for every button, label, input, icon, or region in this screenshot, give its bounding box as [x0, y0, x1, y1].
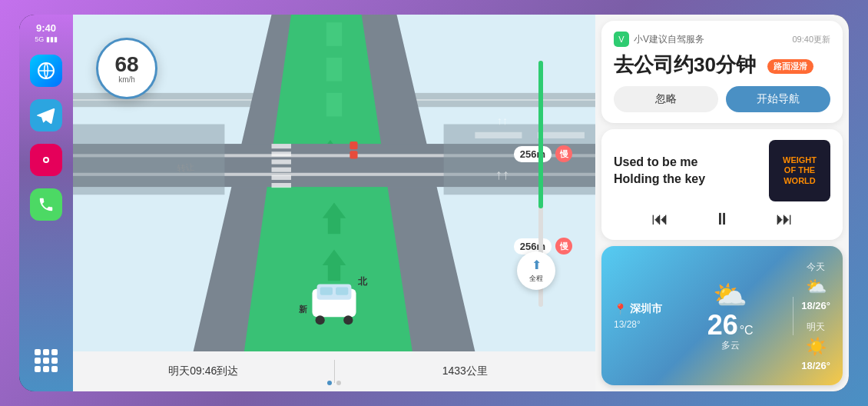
map-area: ↑↑ ↑↑ 北 新 转让	[73, 15, 595, 351]
music-controls: ⏮ ⏸ ⏭	[614, 209, 830, 229]
app-icon-browser[interactable]	[30, 55, 62, 87]
svg-rect-19	[272, 151, 291, 156]
navigation-card: V 小V建议自驾服务 09:40更新 去公司约30分钟 路面湿滑 忽略 开始导航	[601, 21, 843, 123]
weather-tomorrow-icon: ☀️	[806, 337, 827, 357]
weather-city: 📍 深圳市 13/28°	[614, 302, 675, 330]
status-time: 9:40	[35, 22, 58, 34]
music-title-line2: Holding the key	[614, 171, 760, 188]
skip-button[interactable]: 忽略	[614, 86, 718, 112]
info-bar: 明天09:46到达 1433公里	[73, 351, 595, 391]
compass-icon: ⬆	[532, 258, 542, 272]
road-condition-badge: 路面湿滑	[767, 59, 813, 74]
status-icons: 5G ▮▮▮	[35, 35, 58, 43]
right-panel: V 小V建议自驾服务 09:40更新 去公司约30分钟 路面湿滑 忽略 开始导航…	[595, 15, 849, 391]
battery-icon: ▮▮▮	[46, 35, 58, 43]
svg-rect-37	[336, 287, 348, 295]
page-dots	[327, 381, 341, 385]
svg-text:北: 北	[357, 276, 368, 287]
distance-text-top: 256m	[514, 146, 552, 162]
weather-today-label: 今天	[807, 261, 825, 274]
weather-tomorrow-label: 明天	[807, 321, 825, 334]
svg-point-35	[343, 315, 353, 324]
album-art-text: WEIGHTOF THEWORLD	[780, 152, 820, 189]
weather-card: 📍 深圳市 13/28° ⛅ 26 °C 多云 今天 ⛅ 18/26°	[601, 246, 843, 385]
distance-text: 1433公里	[442, 364, 488, 377]
page-dot-2[interactable]	[336, 381, 341, 385]
next-track-button[interactable]: ⏭	[776, 209, 793, 229]
weather-tomorrow: 明天 ☀️ 18/26°	[801, 321, 830, 371]
weather-current-temp: 26	[707, 311, 738, 339]
svg-text:转让: 转让	[177, 162, 194, 173]
distance-section: 1433公里	[335, 364, 596, 378]
grid-menu-button[interactable]	[31, 345, 61, 376]
app-icon-phone[interactable]	[30, 188, 62, 221]
full-route-label: 全程	[529, 274, 543, 284]
music-title-line1: Used to be me	[614, 154, 760, 171]
eta-section: 明天09:46到达	[73, 364, 334, 378]
weather-today-icon: ⛅	[806, 277, 827, 297]
svg-point-34	[316, 315, 325, 324]
app-icon-telegram[interactable]	[30, 99, 62, 131]
location-icon: 📍	[614, 303, 627, 315]
music-info: Used to be me Holding the key WEIGHTOF T…	[614, 140, 830, 201]
sidebar-icons	[30, 55, 62, 345]
weather-today-temp: 18/26°	[801, 300, 830, 311]
route-bar-active	[538, 61, 543, 208]
svg-text:↑↑: ↑↑	[497, 115, 508, 127]
svg-text:新: 新	[299, 304, 307, 314]
weather-city-name: 📍 深圳市	[614, 302, 675, 316]
album-art: WEIGHTOF THEWORLD	[769, 140, 830, 201]
speed-display: 68 km/h	[96, 38, 157, 99]
speed-number: 68	[114, 54, 138, 75]
svg-rect-18	[272, 144, 291, 148]
nav-service: V 小V建议自驾服务	[614, 32, 704, 47]
svg-rect-22	[272, 175, 291, 180]
svg-rect-20	[272, 159, 291, 164]
start-navigation-button[interactable]: 开始导航	[726, 86, 830, 112]
music-text: Used to be me Holding the key	[614, 154, 760, 188]
sidebar-bottom	[31, 345, 61, 376]
nav-destination: 去公司约30分钟 路面湿滑	[614, 52, 830, 78]
nav-header: V 小V建议自驾服务 09:40更新	[614, 32, 830, 47]
weather-temp-range: 13/28°	[614, 319, 675, 330]
svg-rect-30	[350, 141, 357, 149]
status-bar: 9:40 5G ▮▮▮	[35, 22, 58, 43]
svg-rect-26	[475, 132, 522, 138]
weather-temp-unit: °C	[740, 324, 754, 338]
nav-service-icon: V	[614, 32, 629, 47]
weather-forecasts: 今天 ⛅ 18/26° 明天 ☀️ 18/26°	[801, 261, 830, 371]
previous-track-button[interactable]: ⏮	[651, 209, 668, 229]
main-content: ↑↑ ↑↑ 北 新 转让	[73, 15, 595, 391]
sidebar: 9:40 5G ▮▮▮	[19, 15, 73, 391]
svg-rect-23	[272, 183, 291, 188]
svg-point-3	[45, 158, 48, 161]
slow-badge-top: 慢	[555, 145, 572, 162]
nav-service-name: 小V建议自驾服务	[634, 33, 704, 46]
page-dot-1[interactable]	[327, 381, 332, 385]
play-pause-button[interactable]: ⏸	[714, 209, 731, 229]
full-route-button[interactable]: ⬆ 全程	[517, 251, 555, 290]
weather-divider	[793, 297, 793, 335]
svg-marker-24	[73, 125, 224, 195]
eta-text: 明天09:46到达	[168, 364, 238, 377]
svg-rect-21	[272, 168, 291, 172]
svg-rect-27	[538, 132, 585, 138]
weather-main: ⛅ 26 °C 多云	[675, 279, 785, 352]
svg-rect-36	[320, 287, 333, 295]
slow-badge-bottom: 慢	[555, 238, 572, 255]
weather-today: 今天 ⛅ 18/26°	[801, 261, 830, 311]
svg-rect-31	[350, 151, 357, 158]
signal-icon: 5G	[35, 35, 44, 43]
weather-icon-current: ⛅	[713, 279, 747, 311]
nav-update-time: 09:40更新	[792, 34, 830, 45]
app-icon-music[interactable]	[30, 144, 62, 176]
grid-dots-icon	[35, 349, 58, 372]
nav-buttons: 忽略 开始导航	[614, 86, 830, 112]
svg-text:↑↑: ↑↑	[495, 166, 509, 182]
weather-description: 多云	[721, 339, 740, 352]
device-frame: 9:40 5G ▮▮▮	[19, 15, 849, 391]
music-card: Used to be me Holding the key WEIGHTOF T…	[601, 129, 843, 240]
speed-unit: km/h	[118, 75, 135, 84]
weather-tomorrow-temp: 18/26°	[801, 360, 830, 371]
